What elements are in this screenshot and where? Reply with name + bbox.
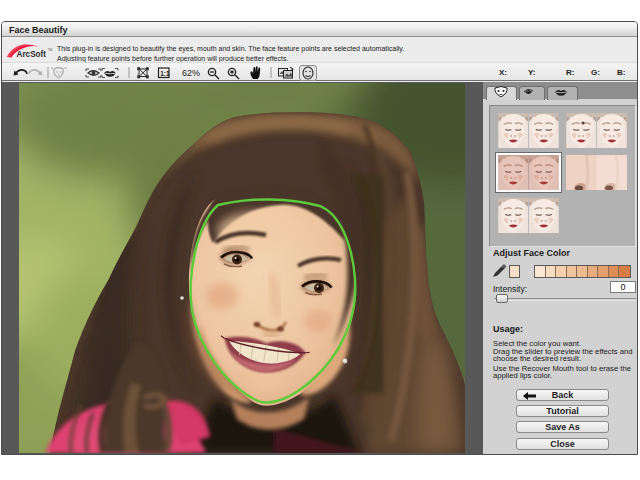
svg-text:ArcSoft: ArcSoft: [17, 50, 47, 59]
svg-text:TM: TM: [48, 48, 53, 52]
svg-text:1:1: 1:1: [160, 70, 170, 77]
svg-text:62%: 62%: [182, 68, 200, 78]
